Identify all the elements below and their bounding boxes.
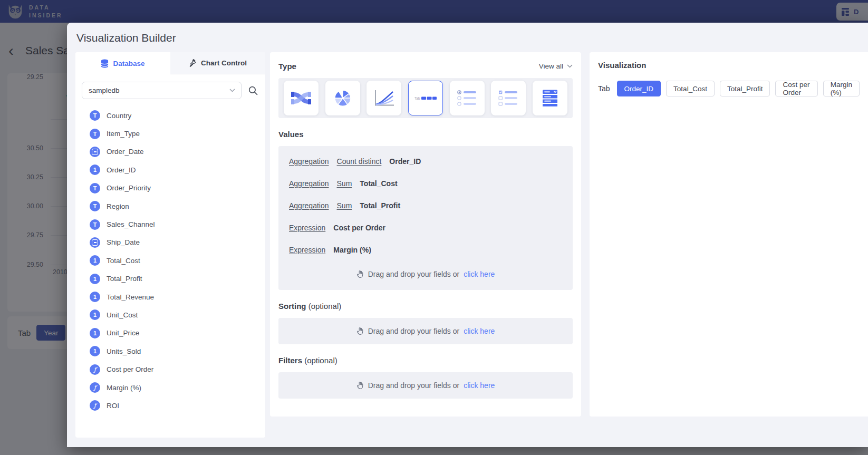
drag-hand-icon xyxy=(356,381,364,390)
value-row: Expression Margin (%) xyxy=(289,246,562,254)
field-label: Ship_Date xyxy=(107,238,140,246)
checkbox-list-icon xyxy=(498,90,519,107)
field-type-icon: T xyxy=(90,110,100,121)
viz-tab-button[interactable]: Margin (%) xyxy=(823,81,860,96)
field-type-icon: ƒ xyxy=(90,364,100,375)
radio-list-icon xyxy=(457,90,478,107)
chart-config-panel: Type View all xyxy=(270,52,581,417)
aggregation-function-link[interactable]: Count distinct xyxy=(337,157,382,166)
field-label: Total_Cost xyxy=(107,257,140,265)
datasource-select[interactable]: sampledb xyxy=(82,82,242,99)
visualization-preview-panel: Visualization Tab Order_ID Total_Cost To… xyxy=(590,52,868,417)
field-list: T Country T Item_Type Order_Date 1 xyxy=(75,103,265,438)
field-type-icon: 1 xyxy=(90,255,100,266)
aggregation-function-link[interactable]: Sum xyxy=(337,179,352,188)
value-row: Aggregation Sum Total_Profit xyxy=(289,201,562,210)
field-list-item[interactable]: ƒ Cost per Order xyxy=(75,360,265,378)
value-kind-link[interactable]: Aggregation xyxy=(289,157,329,166)
field-list-item[interactable]: ƒ Margin (%) xyxy=(75,379,265,396)
field-type-icon: 1 xyxy=(90,346,100,356)
field-label: ROI xyxy=(107,402,119,410)
drag-hand-icon xyxy=(356,327,364,335)
field-list-item[interactable]: 1 Order_ID xyxy=(75,161,265,179)
chart-type-pie[interactable] xyxy=(325,81,360,115)
viz-tab-label: Tab xyxy=(598,84,610,93)
chart-type-checkbox-list[interactable] xyxy=(491,81,526,115)
field-list-item[interactable]: ƒ ROI xyxy=(75,396,265,414)
values-click-here-link[interactable]: click here xyxy=(464,270,495,278)
field-label: Country xyxy=(107,112,131,120)
value-field-name: Total_Cost xyxy=(360,179,397,188)
search-icon[interactable] xyxy=(248,86,258,95)
field-list-item[interactable]: T Region xyxy=(75,197,265,215)
chart-type-dropdown[interactable] xyxy=(533,81,567,115)
value-kind-link[interactable]: Expression xyxy=(289,224,325,232)
field-list-item[interactable]: 1 Total_Cost xyxy=(75,251,265,269)
chart-type-sankey[interactable] xyxy=(284,81,319,115)
chart-type-line[interactable] xyxy=(367,81,401,115)
dropzone-text: Drag and drop your fields or xyxy=(368,381,460,390)
database-icon xyxy=(101,59,109,68)
field-type-icon xyxy=(90,237,100,248)
tab-database[interactable]: Database xyxy=(75,52,170,74)
field-type-icon: T xyxy=(90,129,100,139)
sorting-click-here-link[interactable]: click here xyxy=(464,327,495,335)
field-list-item[interactable]: 1 Units_Sold xyxy=(75,342,265,360)
sankey-icon xyxy=(291,90,312,107)
filters-dropzone-box: Drag and drop your fields or click here xyxy=(278,372,573,399)
tab-database-label: Database xyxy=(113,60,144,67)
chevron-down-icon xyxy=(567,64,573,68)
view-all-label: View all xyxy=(539,62,563,70)
sorting-section-title: Sorting (optional) xyxy=(278,302,573,311)
chart-type-tab-filter[interactable]: Tab xyxy=(408,81,443,115)
sorting-dropzone-box: Drag and drop your fields or click here xyxy=(278,318,573,344)
field-list-item[interactable]: 1 Unit_Cost xyxy=(75,306,265,324)
value-kind-link[interactable]: Expression xyxy=(289,246,325,254)
field-label: Order_Date xyxy=(107,148,144,156)
field-type-icon: 1 xyxy=(90,309,100,320)
viz-tab-button[interactable]: Total_Profit xyxy=(720,81,770,96)
viz-tab-button[interactable]: Order_ID xyxy=(617,81,661,96)
field-type-icon: T xyxy=(90,183,100,193)
value-kind-link[interactable]: Aggregation xyxy=(289,179,329,188)
field-list-item[interactable]: T Item_Type xyxy=(75,124,265,142)
field-list-item[interactable]: 1 Unit_Price xyxy=(75,324,265,342)
field-list-item[interactable]: T Sales_Channel xyxy=(75,215,265,233)
chart-type-radio-list[interactable] xyxy=(450,81,485,115)
field-label: Margin (%) xyxy=(107,384,141,392)
field-list-item[interactable]: T Country xyxy=(75,107,265,124)
viz-tab-button[interactable]: Cost per Order xyxy=(775,81,817,96)
aggregation-function-link[interactable]: Sum xyxy=(337,201,352,210)
field-label: Order_Priority xyxy=(107,184,151,192)
value-row: Aggregation Count distinct Order_ID xyxy=(289,157,562,166)
field-type-icon: 1 xyxy=(90,292,100,302)
field-label: Sales_Channel xyxy=(107,220,155,228)
modal-title: Visualization Builder xyxy=(76,31,868,45)
value-field-name: Cost per Order xyxy=(333,224,385,232)
field-list-item[interactable]: 1 Total_Profit xyxy=(75,270,265,288)
field-label: Region xyxy=(107,202,129,210)
field-list-item[interactable]: Ship_Date xyxy=(75,234,265,251)
field-type-icon: ƒ xyxy=(90,400,100,411)
field-type-icon: 1 xyxy=(90,328,100,338)
view-all-dropdown[interactable]: View all xyxy=(539,62,573,70)
values-section-title: Values xyxy=(278,130,573,139)
tab-chart-control[interactable]: Chart Control xyxy=(170,52,265,74)
pie-chart-icon xyxy=(333,89,352,108)
field-list-item[interactable]: 1 Total_Revenue xyxy=(75,288,265,306)
value-field-name: Order_ID xyxy=(389,157,421,166)
datasource-select-value: sampledb xyxy=(89,86,120,94)
field-list-item[interactable]: Order_Date xyxy=(75,143,265,161)
field-list-item[interactable]: T Order_Priority xyxy=(75,179,265,197)
field-label: Unit_Cost xyxy=(107,311,138,319)
value-kind-link[interactable]: Aggregation xyxy=(289,201,329,210)
chart-type-strip: Tab xyxy=(278,78,573,118)
field-type-icon xyxy=(90,147,100,157)
filters-click-here-link[interactable]: click here xyxy=(464,381,495,390)
viz-tab-button[interactable]: Total_Cost xyxy=(666,81,715,96)
dropdown-list-icon xyxy=(541,89,559,107)
tab-filter-icon: Tab xyxy=(414,92,437,104)
visualization-title: Visualization xyxy=(598,61,860,70)
dropzone-text: Drag and drop your fields or xyxy=(368,270,460,278)
value-field-name: Total_Profit xyxy=(360,201,400,210)
